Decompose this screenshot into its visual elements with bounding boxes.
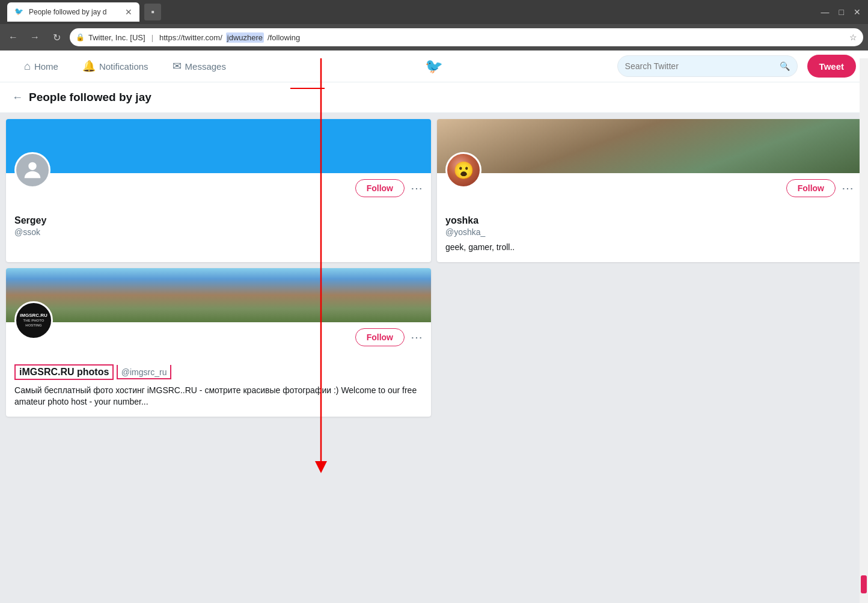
card-banner-imgsrc	[6, 268, 431, 322]
follow-button-sergey[interactable]: Follow	[355, 179, 405, 197]
back-button[interactable]: ←	[5, 29, 22, 46]
tab-title: People followed by jay d	[29, 8, 118, 16]
title-bar: 🐦 People followed by jay d ✕ ▪ — □ ✕	[0, 0, 868, 24]
forward-button[interactable]: →	[26, 29, 43, 46]
address-bar-row: ← → ↻ 🔒 Twitter, Inc. [US] | https://twi…	[0, 24, 868, 51]
twitter-logo: 🐦	[425, 58, 443, 75]
user-handle-imgsrc: @imgsrc_ru	[121, 367, 167, 377]
browser-tab[interactable]: 🐦 People followed by jay d ✕	[7, 2, 139, 22]
notifications-label: Notifications	[99, 61, 148, 72]
address-highlight: jdwuzhere	[226, 32, 264, 43]
user-name-wrapper-imgsrc: iMGSRC.RU photos	[14, 364, 114, 380]
messages-label: Messages	[185, 61, 226, 72]
window-controls: — □ ✕	[821, 7, 861, 17]
avatar-imgsrc: iMGSRC.RU THE PHOTO HOSTING	[14, 301, 53, 340]
notifications-nav-item[interactable]: 🔔 Notifications	[70, 51, 160, 82]
back-arrow-icon[interactable]: ←	[12, 91, 23, 104]
user-name-imgsrc: iMGSRC.RU photos	[19, 367, 109, 378]
scrollbar-track[interactable]	[860, 58, 868, 603]
tweet-button[interactable]: Tweet	[807, 55, 856, 78]
lock-icon: 🔒	[76, 33, 85, 41]
messages-nav-item[interactable]: ✉ Messages	[160, 51, 238, 82]
more-options-imgsrc[interactable]: ⋯	[411, 330, 423, 344]
card-actions-yoshka: Follow ⋯	[445, 179, 854, 197]
close-button[interactable]: ✕	[854, 7, 861, 17]
main-content: ← People followed by jay Follow ⋯	[0, 82, 868, 603]
address-separator: |	[151, 33, 153, 42]
address-path: /following	[267, 33, 300, 42]
avatar-yoshka: 😮	[445, 152, 481, 188]
tab-favicon: 🐦	[14, 7, 24, 17]
user-card-yoshka: 😮 Follow ⋯ yoshka @yoshka_ geek, gamer, …	[437, 119, 862, 262]
user-bio-imgsrc: Самый бесплатный фото хостинг iMGSRC..RU…	[14, 385, 423, 408]
more-options-sergey[interactable]: ⋯	[411, 181, 423, 195]
new-tab-button[interactable]: ▪	[144, 4, 161, 20]
bookmark-icon[interactable]: ☆	[849, 32, 857, 42]
user-handle-sergey: @ssok	[14, 227, 423, 237]
address-url-base: https://twitter.com/	[159, 33, 222, 42]
minimize-button[interactable]: —	[821, 7, 830, 17]
card-actions-imgsrc: Follow ⋯	[14, 328, 423, 346]
user-cards-container: Follow ⋯ Sergey @ssok 😮	[0, 113, 868, 423]
user-name-yoshka: yoshka	[445, 215, 854, 226]
page-header: ← People followed by jay	[0, 82, 868, 113]
search-bar[interactable]: 🔍	[617, 55, 798, 77]
svg-point-0	[28, 162, 36, 170]
twitter-navbar: ⌂ Home 🔔 Notifications ✉ Messages 🐦 🔍 Tw…	[0, 51, 868, 82]
user-handle-wrapper-imgsrc: @imgsrc_ru	[117, 365, 172, 379]
more-options-yoshka[interactable]: ⋯	[842, 181, 854, 195]
refresh-button[interactable]: ↻	[48, 29, 65, 46]
user-card-sergey: Follow ⋯ Sergey @ssok	[6, 119, 431, 262]
envelope-icon: ✉	[173, 60, 182, 73]
search-input[interactable]	[625, 61, 775, 71]
user-handle-yoshka: @yoshka_	[445, 227, 854, 237]
card-actions-sergey: Follow ⋯	[14, 179, 423, 197]
scrollbar-thumb[interactable]	[861, 575, 867, 593]
avatar-sergey	[14, 152, 50, 188]
card-body-sergey: Follow ⋯ Sergey @ssok	[6, 173, 431, 245]
follow-button-yoshka[interactable]: Follow	[786, 179, 836, 197]
home-nav-item[interactable]: ⌂ Home	[12, 51, 70, 82]
address-bar[interactable]: 🔒 Twitter, Inc. [US] | https://twitter.c…	[70, 28, 863, 46]
follow-button-imgsrc[interactable]: Follow	[355, 328, 405, 346]
card-banner-yoshka	[437, 119, 862, 173]
maximize-button[interactable]: □	[839, 7, 844, 17]
card-body-yoshka: 😮 Follow ⋯ yoshka @yoshka_ geek, gamer, …	[437, 173, 862, 262]
org-label: Twitter, Inc. [US]	[88, 33, 145, 42]
search-icon: 🔍	[780, 61, 790, 71]
bell-icon: 🔔	[82, 60, 96, 73]
card-banner-sergey	[6, 119, 431, 173]
card-body-imgsrc: iMGSRC.RU THE PHOTO HOSTING Follow ⋯ iMG…	[6, 322, 431, 417]
home-icon: ⌂	[24, 60, 31, 73]
user-bio-yoshka: geek, gamer, troll..	[445, 242, 854, 254]
user-card-imgsrc: iMGSRC.RU THE PHOTO HOSTING Follow ⋯ iMG…	[6, 268, 431, 417]
home-label: Home	[34, 61, 58, 72]
page-title: People followed by jay	[29, 91, 151, 104]
tab-close-button[interactable]: ✕	[125, 7, 132, 17]
user-name-sergey: Sergey	[14, 215, 423, 226]
